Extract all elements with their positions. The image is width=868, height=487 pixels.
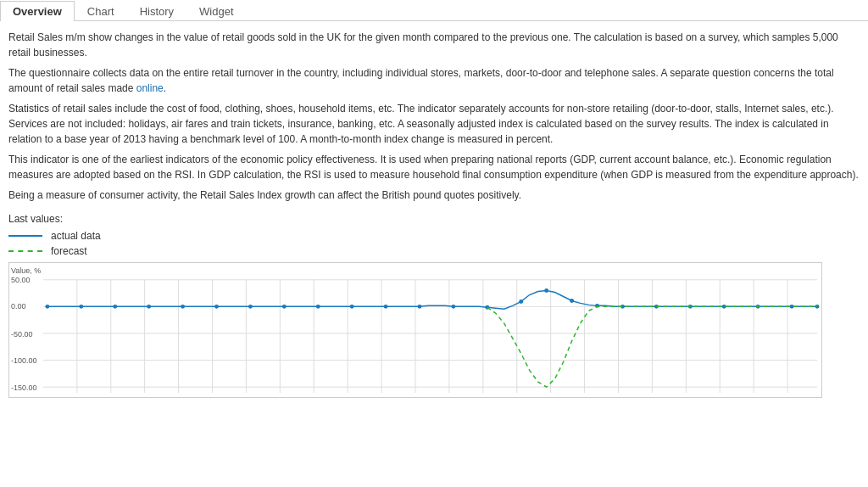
data-dot: [519, 299, 523, 304]
data-dot: [214, 305, 219, 309]
legend-forecast-label: forecast: [51, 245, 87, 257]
description-para4: This indicator is one of the earliest in…: [8, 152, 860, 182]
tab-chart[interactable]: Chart: [75, 1, 127, 21]
legend-actual: actual data: [8, 230, 860, 242]
svg-text:50.00: 50.00: [11, 276, 30, 284]
svg-text:0.00: 0.00: [11, 302, 25, 311]
description-para2: The questionnaire collects data on the e…: [8, 65, 860, 96]
tab-widget[interactable]: Widget: [186, 1, 246, 21]
legend-actual-label: actual data: [51, 230, 101, 242]
svg-text:Value, %: Value, %: [11, 266, 41, 275]
description-para3: Statistics of retail sales include the c…: [8, 101, 860, 147]
data-dot: [570, 299, 574, 303]
tab-bar: Overview Chart History Widget: [0, 0, 868, 21]
data-dot: [384, 305, 388, 309]
data-dot: [544, 288, 548, 293]
data-dot: [417, 305, 421, 309]
svg-text:-100.00: -100.00: [11, 357, 36, 366]
svg-text:-50.00: -50.00: [11, 330, 32, 339]
chart-svg: Value, % 50.00 0.00 -50.00 -100.00 -150.…: [9, 263, 821, 397]
data-dot: [113, 305, 117, 309]
last-values-title: Last values:: [8, 213, 860, 225]
chart-container: Value, % 50.00 0.00 -50.00 -100.00 -150.…: [8, 262, 822, 398]
data-dot: [147, 305, 151, 309]
tab-overview[interactable]: Overview: [0, 1, 75, 21]
data-dot: [350, 305, 354, 309]
tab-history[interactable]: History: [127, 1, 186, 21]
description-para5: Being a measure of consumer activity, th…: [8, 188, 860, 203]
data-dot: [45, 305, 49, 309]
data-dot: [248, 305, 253, 309]
svg-text:-150.00: -150.00: [11, 383, 36, 392]
legend-actual-line: [8, 235, 42, 237]
legend-forecast-line: [8, 250, 42, 252]
data-dot: [79, 305, 83, 309]
overview-content: Retail Sales m/m show changes in the val…: [0, 30, 868, 406]
data-dot: [282, 305, 287, 309]
description-block: Retail Sales m/m show changes in the val…: [8, 30, 860, 203]
legend-forecast: forecast: [8, 245, 860, 257]
last-values-section: Last values: actual data forecast: [8, 213, 860, 257]
data-dot: [316, 305, 320, 309]
data-dot: [790, 305, 794, 309]
actual-data-line: [47, 291, 817, 310]
data-dot: [451, 305, 455, 309]
data-dot: [181, 305, 185, 309]
description-para1: Retail Sales m/m show changes in the val…: [8, 30, 860, 60]
